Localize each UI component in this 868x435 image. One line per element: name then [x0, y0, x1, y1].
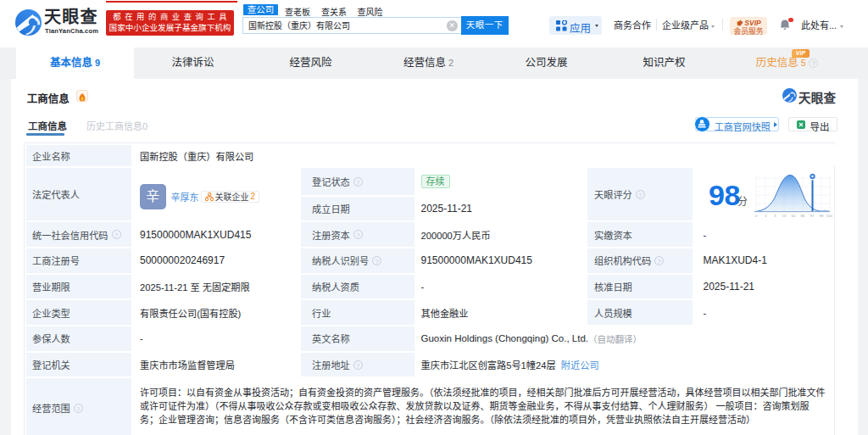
svg-text:97: 97: [810, 214, 815, 218]
svg-text:99: 99: [820, 214, 824, 218]
svg-text:0: 0: [755, 214, 758, 218]
svg-text:1: 1: [765, 214, 767, 218]
svg-text:100: 100: [826, 214, 833, 218]
svg-text:3: 3: [774, 214, 776, 218]
svg-text:50: 50: [792, 214, 796, 218]
svg-text:86: 86: [801, 214, 805, 218]
svg-text:13: 13: [782, 214, 787, 218]
